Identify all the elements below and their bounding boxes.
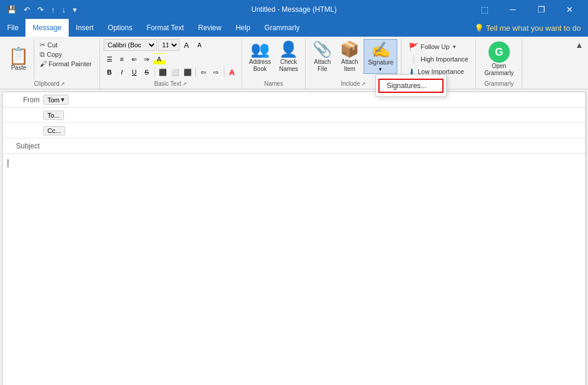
from-label: From	[3, 96, 43, 104]
menu-message[interactable]: Message	[25, 19, 69, 37]
bold-button[interactable]: B	[104, 66, 115, 78]
format-divider	[155, 67, 155, 77]
grammarly-content: G OpenGrammarly	[480, 39, 518, 79]
follow-up-icon: 🚩	[409, 43, 418, 51]
minimize-button[interactable]: ─	[499, 0, 526, 19]
check-names-button[interactable]: 👤 CheckNames	[275, 39, 301, 74]
attach-file-button[interactable]: 📎 AttachFile	[309, 39, 335, 74]
to-button[interactable]: To...	[43, 111, 64, 120]
increase-font-button[interactable]: A	[181, 39, 192, 51]
signatures-menu-item[interactable]: Signatures...	[378, 79, 444, 93]
signature-dropdown-icon: ▾	[379, 66, 382, 72]
text-highlight-button[interactable]: A	[153, 53, 165, 65]
ribbon-group-grammarly: G OpenGrammarly Grammarly	[476, 39, 522, 89]
follow-up-dropdown[interactable]: ▾	[453, 44, 456, 50]
window-controls: ⬚ ─ ❐ ✕	[471, 0, 583, 19]
clipboard-sub-buttons: ✂ Cut ⧉ Copy 🖌 Format Painter	[36, 39, 96, 79]
paste-label: Paste	[11, 64, 27, 71]
menu-review[interactable]: Review	[191, 19, 229, 37]
address-book-button[interactable]: 👥 AddressBook	[246, 39, 275, 74]
signature-label: Signature	[368, 59, 393, 66]
include-expand-icon[interactable]: ↗	[361, 81, 366, 87]
italic-button[interactable]: I	[116, 66, 128, 78]
close-button[interactable]: ✕	[556, 0, 583, 19]
attach-item-button[interactable]: 📦 AttachItem	[336, 39, 362, 74]
paste-button[interactable]: 📋 Paste	[4, 39, 34, 79]
menu-grammarly[interactable]: Grammarly	[258, 19, 307, 37]
cc-button[interactable]: Cc...	[43, 126, 65, 135]
format-divider2	[195, 67, 196, 77]
menu-file[interactable]: File	[0, 19, 25, 37]
grammarly-label: OpenGrammarly	[484, 63, 513, 77]
strikethrough-button[interactable]: S	[141, 66, 153, 78]
copy-button[interactable]: ⧉ Copy	[38, 50, 94, 59]
decrease-font-button[interactable]: A	[194, 39, 205, 51]
open-grammarly-button[interactable]: G OpenGrammarly	[480, 39, 518, 79]
subject-input[interactable]	[43, 141, 585, 151]
list-buttons: ☰ ≡ ⇐ ⇒ A	[104, 53, 165, 65]
redo-button[interactable]: ↷	[35, 4, 46, 15]
ltr-button[interactable]: ⇨	[210, 66, 222, 78]
increase-indent-button[interactable]: ⇒	[141, 53, 153, 65]
restore-down-button[interactable]: ⬚	[471, 0, 498, 19]
clipboard-content: 📋 Paste ✂ Cut ⧉ Copy 🖌 Format Painter	[4, 39, 96, 79]
high-importance-button[interactable]: ❕ High Importance	[405, 54, 472, 65]
underline-button[interactable]: U	[128, 66, 140, 78]
cc-input[interactable]	[68, 125, 585, 136]
from-dropdown-button[interactable]: Tom ▾	[43, 95, 69, 105]
high-importance-icon: ❕	[409, 55, 418, 64]
down-button[interactable]: ↓	[60, 4, 69, 15]
names-content: 👥 AddressBook 👤 CheckNames	[246, 39, 302, 79]
compose-body[interactable]	[3, 154, 585, 385]
menu-options[interactable]: Options	[101, 19, 139, 37]
main-content: From Tom ▾ To... Cc... Subject	[0, 89, 588, 385]
font-family-select[interactable]: Calibri (Boc	[104, 39, 157, 51]
basic-text-expand-icon[interactable]: ↗	[182, 81, 187, 87]
format-divider3	[224, 67, 224, 77]
cut-button[interactable]: ✂ Cut	[38, 40, 94, 50]
bullets-button[interactable]: ☰	[104, 53, 115, 65]
up-button[interactable]: ↑	[49, 4, 57, 15]
names-label: Names	[246, 79, 302, 89]
attach-item-label: AttachItem	[341, 59, 358, 73]
tell-me-label: Tell me what you want to do	[486, 24, 581, 33]
format-painter-label: Format Painter	[49, 60, 92, 67]
basic-text-content: Calibri (Boc 11 A A ☰ ≡ ⇐ ⇒ A B I U S	[104, 39, 238, 79]
attach-item-icon: 📦	[340, 40, 359, 59]
compose-wrapper: From Tom ▾ To... Cc... Subject	[2, 92, 586, 385]
ribbon-collapse-button[interactable]: ▲	[573, 39, 586, 51]
subject-label: Subject	[3, 142, 43, 150]
numbering-button[interactable]: ≡	[116, 53, 128, 65]
grammarly-label-group: Grammarly	[480, 79, 518, 89]
ribbon-group-clipboard: 📋 Paste ✂ Cut ⧉ Copy 🖌 Format Painter C	[0, 39, 100, 89]
customize-button[interactable]: ▾	[70, 4, 79, 15]
rtl-button[interactable]: ⇦	[198, 66, 210, 78]
undo-button[interactable]: ↶	[21, 4, 33, 15]
text-cursor	[8, 159, 8, 167]
to-input[interactable]	[66, 110, 585, 121]
decrease-indent-button[interactable]: ⇐	[128, 53, 140, 65]
align-right-button[interactable]: ⬛	[182, 66, 194, 78]
font-color-button[interactable]: A	[226, 66, 238, 78]
clipboard-expand-icon[interactable]: ↗	[60, 81, 65, 87]
menu-format-text[interactable]: Format Text	[139, 19, 191, 37]
basic-text-label: Basic Text ↗	[104, 79, 238, 89]
menu-help[interactable]: Help	[229, 19, 258, 37]
align-left-button[interactable]: ⬛	[157, 66, 169, 78]
signature-button[interactable]: ✍ Signature ▾	[364, 39, 397, 74]
menu-insert[interactable]: Insert	[69, 19, 101, 37]
save-button[interactable]: 💾	[5, 4, 19, 15]
maximize-button[interactable]: ❐	[528, 0, 555, 19]
align-center-button[interactable]: ⬜	[169, 66, 181, 78]
quick-access-toolbar: 💾 ↶ ↷ ↑ ↓ ▾	[5, 4, 79, 15]
check-names-label: CheckNames	[279, 59, 298, 73]
follow-up-label: Follow Up	[420, 43, 449, 50]
tell-me-bar[interactable]: 💡 Tell me what you want to do	[467, 19, 588, 37]
font-size-select[interactable]: 11	[158, 39, 179, 51]
ribbon-group-names: 👥 AddressBook 👤 CheckNames Names	[242, 39, 306, 89]
tags-content: 🚩 Follow Up ▾ ❕ High Importance ⬇ Low Im…	[405, 39, 472, 79]
follow-up-button[interactable]: 🚩 Follow Up ▾	[405, 41, 460, 53]
menu-bar: File Message Insert Options Format Text …	[0, 19, 588, 37]
copy-icon: ⧉	[40, 50, 45, 59]
format-painter-button[interactable]: 🖌 Format Painter	[38, 59, 94, 69]
